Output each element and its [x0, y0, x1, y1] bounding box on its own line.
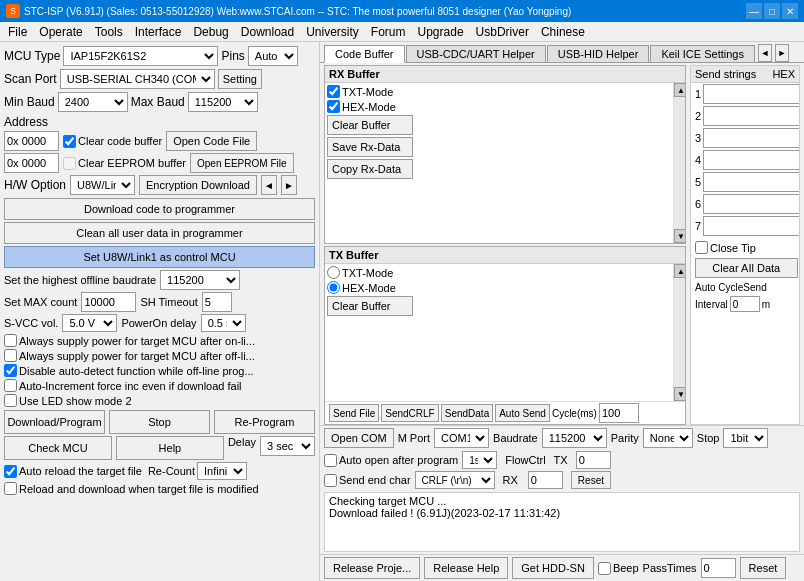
- mcu-type-select[interactable]: IAP15F2K61S2: [63, 46, 218, 66]
- high-baud-select[interactable]: 115200: [160, 270, 240, 290]
- addr1-input[interactable]: [4, 131, 59, 151]
- tx-scroll-up[interactable]: ▲: [674, 264, 685, 278]
- port-select[interactable]: USB-SERIAL CH340 (COM3): [60, 69, 215, 89]
- pass-times-input[interactable]: [701, 558, 736, 578]
- help-button[interactable]: Help: [116, 436, 224, 460]
- tx-input[interactable]: [576, 451, 611, 469]
- send-input-5[interactable]: [703, 172, 800, 192]
- clear-eeprom-buf-check[interactable]: [63, 157, 76, 170]
- download-program-button[interactable]: Download/Program: [4, 410, 105, 434]
- hw-option-select[interactable]: U8W/Link1: [70, 175, 135, 195]
- rx-scroll-track[interactable]: [674, 97, 685, 229]
- tx-clear-buffer-button[interactable]: Clear Buffer: [327, 296, 413, 316]
- tab-code-buffer[interactable]: Code Buffer: [324, 45, 405, 63]
- interval-input[interactable]: [730, 296, 760, 312]
- tab-keil-ice[interactable]: Keil ICE Settings: [650, 45, 755, 62]
- poweron-delay-select[interactable]: 0.5 s: [201, 314, 246, 332]
- tab-usb-cdc[interactable]: USB-CDC/UART Helper: [406, 45, 546, 62]
- pins-select[interactable]: Auto: [248, 46, 298, 66]
- auto-increment-check[interactable]: [4, 379, 17, 392]
- auto-reload-check[interactable]: [4, 465, 17, 478]
- baudrate-select[interactable]: 115200: [542, 428, 607, 448]
- send-input-2[interactable]: [703, 106, 800, 126]
- send-file-button[interactable]: Send File: [329, 404, 379, 422]
- rx-textarea[interactable]: [415, 83, 673, 243]
- recount-select[interactable]: Infini: [197, 462, 247, 480]
- open-eeprom-file-button[interactable]: Open EEPROM File: [190, 153, 293, 173]
- stop-select[interactable]: 1bit: [723, 428, 768, 448]
- cycle-input[interactable]: [599, 403, 639, 423]
- open-code-file-button[interactable]: Open Code File: [166, 131, 257, 151]
- reprogram-button[interactable]: Re-Program: [214, 410, 315, 434]
- rx-input[interactable]: [528, 471, 563, 489]
- rx-txt-mode-check[interactable]: [327, 85, 340, 98]
- send-end-char-select[interactable]: CRLF (\r\n): [415, 471, 495, 489]
- release-help-button[interactable]: Release Help: [424, 557, 508, 579]
- get-hdd-sn-button[interactable]: Get HDD-SN: [512, 557, 594, 579]
- clear-code-buf-check[interactable]: [63, 135, 76, 148]
- set-control-mcu-button[interactable]: Set U8W/Link1 as control MCU: [4, 246, 315, 268]
- menu-debug[interactable]: Debug: [187, 24, 234, 40]
- check-mcu-button[interactable]: Check MCU: [4, 436, 112, 460]
- clear-all-button[interactable]: Clear AIl Data: [695, 258, 798, 278]
- tab-nav-right[interactable]: ►: [775, 44, 789, 62]
- menu-forum[interactable]: Forum: [365, 24, 412, 40]
- send-input-1[interactable]: [703, 84, 800, 104]
- delay-select[interactable]: 3 sec: [260, 436, 315, 456]
- max-count-input[interactable]: [81, 292, 136, 312]
- tx-scroll-down[interactable]: ▼: [674, 387, 685, 401]
- max-baud-select[interactable]: 115200: [188, 92, 258, 112]
- tab-usb-hid[interactable]: USB-HID Helper: [547, 45, 650, 62]
- rx-hex-mode-check[interactable]: [327, 100, 340, 113]
- auto-send-button[interactable]: Auto Send: [495, 404, 550, 422]
- send-input-7[interactable]: [703, 216, 800, 236]
- beep-check[interactable]: [598, 562, 611, 575]
- menu-interface[interactable]: Interface: [129, 24, 188, 40]
- menu-file[interactable]: File: [2, 24, 33, 40]
- sh-timeout-input[interactable]: [202, 292, 232, 312]
- open-com-button[interactable]: Open COM: [324, 428, 394, 448]
- bottom-reset-button[interactable]: Reset: [740, 557, 787, 579]
- menu-university[interactable]: University: [300, 24, 365, 40]
- auto-open-check[interactable]: [324, 454, 337, 467]
- serial-reset-button[interactable]: Reset: [571, 471, 611, 489]
- menu-download[interactable]: Download: [235, 24, 300, 40]
- encrypt-button[interactable]: Encryption Download: [139, 175, 257, 195]
- release-project-button[interactable]: Release Proje...: [324, 557, 420, 579]
- svcc-select[interactable]: 5.0 V: [62, 314, 117, 332]
- rx-scroll-up[interactable]: ▲: [674, 83, 685, 97]
- menu-upgrade[interactable]: Upgrade: [412, 24, 470, 40]
- menu-operate[interactable]: Operate: [33, 24, 88, 40]
- send-input-3[interactable]: [703, 128, 800, 148]
- tx-txt-mode-radio[interactable]: [327, 266, 340, 279]
- download-to-programmer-button[interactable]: Download code to programmer: [4, 198, 315, 220]
- serial-port-select[interactable]: COM1: [434, 428, 489, 448]
- addr2-input[interactable]: [4, 153, 59, 173]
- tx-textarea[interactable]: [415, 264, 673, 401]
- min-baud-select[interactable]: 2400: [58, 92, 128, 112]
- tx-scroll-track[interactable]: [674, 278, 685, 387]
- menu-tools[interactable]: Tools: [89, 24, 129, 40]
- disable-auto-detect-check[interactable]: [4, 364, 17, 377]
- maximize-button[interactable]: □: [764, 3, 780, 19]
- send-end-char-check[interactable]: [324, 474, 337, 487]
- stop-button[interactable]: Stop: [109, 410, 210, 434]
- always-supply-on-check[interactable]: [4, 334, 17, 347]
- rx-scroll-down[interactable]: ▼: [674, 229, 685, 243]
- send-crlf-button[interactable]: SendCRLF: [381, 404, 438, 422]
- tab-nav-left[interactable]: ◄: [758, 44, 772, 62]
- auto-open-interval-select[interactable]: 1s: [462, 451, 497, 469]
- send-data-button[interactable]: SendData: [441, 404, 493, 422]
- parity-select[interactable]: None: [643, 428, 693, 448]
- reload-when-modified-check[interactable]: [4, 482, 17, 495]
- led-show-mode-check[interactable]: [4, 394, 17, 407]
- hw-nav-left[interactable]: ◄: [261, 175, 277, 195]
- clean-user-data-button[interactable]: Clean all user data in programmer: [4, 222, 315, 244]
- send-input-6[interactable]: [703, 194, 800, 214]
- send-input-4[interactable]: [703, 150, 800, 170]
- hw-nav-right[interactable]: ►: [281, 175, 297, 195]
- minimize-button[interactable]: —: [746, 3, 762, 19]
- menu-chinese[interactable]: Chinese: [535, 24, 591, 40]
- close-tip-check[interactable]: [695, 241, 708, 254]
- menu-usbdriver[interactable]: UsbDriver: [470, 24, 535, 40]
